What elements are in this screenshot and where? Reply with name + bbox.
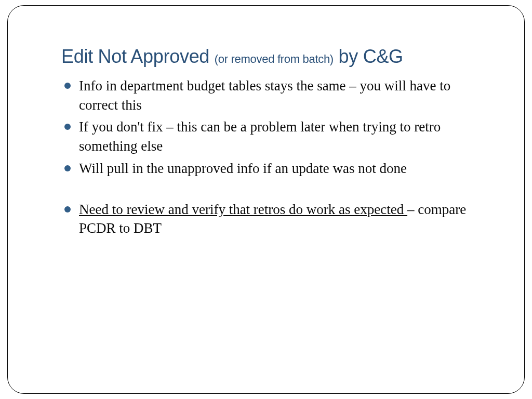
list-item: If you don't fix – this can be a problem… bbox=[61, 117, 485, 155]
list-item: Need to review and verify that retros do… bbox=[61, 200, 485, 238]
bullet-list: Info in department budget tables stays t… bbox=[61, 76, 485, 238]
slide-content: Edit Not Approved (or removed from batch… bbox=[61, 45, 485, 241]
bullet-text-underlined: Need to review and verify that retros do… bbox=[79, 202, 407, 217]
list-item: Will pull in the unapproved info if an u… bbox=[61, 159, 485, 178]
bullet-text: Will pull in the unapproved info if an u… bbox=[79, 161, 407, 176]
title-subtext: (or removed from batch) bbox=[215, 52, 334, 65]
bullet-text: Info in department budget tables stays t… bbox=[79, 78, 450, 113]
spacer bbox=[61, 181, 485, 200]
list-item: Info in department budget tables stays t… bbox=[61, 76, 485, 114]
title-part2: by C&G bbox=[334, 46, 403, 67]
title-part1: Edit Not Approved bbox=[61, 46, 215, 67]
bullet-text: If you don't fix – this can be a problem… bbox=[79, 119, 441, 154]
slide-title: Edit Not Approved (or removed from batch… bbox=[61, 45, 485, 68]
